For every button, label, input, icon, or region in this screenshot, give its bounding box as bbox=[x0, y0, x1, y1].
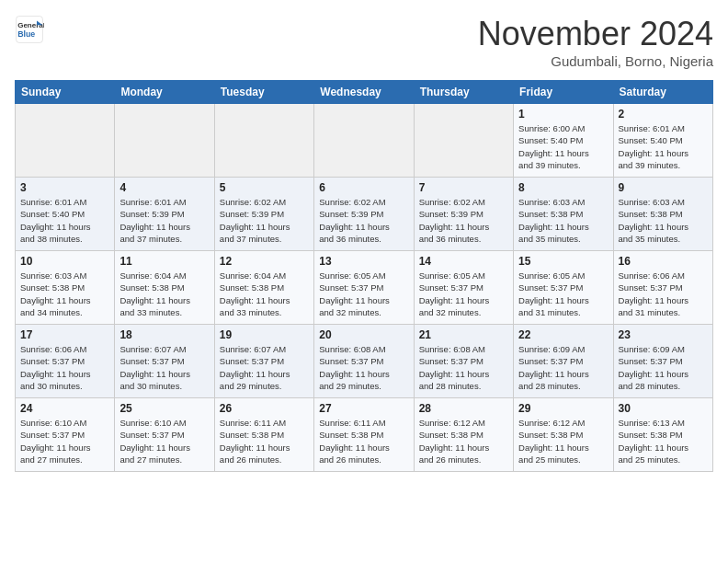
day-number: 17 bbox=[20, 328, 109, 341]
day-number: 12 bbox=[220, 255, 309, 268]
day-info: Sunrise: 6:05 AMSunset: 5:37 PMDaylight:… bbox=[419, 270, 508, 318]
day-info: Sunrise: 6:01 AMSunset: 5:40 PMDaylight:… bbox=[20, 196, 109, 245]
calendar-cell: 29Sunrise: 6:12 AMSunset: 5:38 PMDayligh… bbox=[514, 398, 613, 472]
svg-text:Blue: Blue bbox=[17, 29, 35, 39]
calendar-table: SundayMondayTuesdayWednesdayThursdayFrid… bbox=[15, 80, 713, 472]
title-block: November 2024 Gudumbali, Borno, Nigeria bbox=[478, 15, 713, 69]
calendar-cell: 28Sunrise: 6:12 AMSunset: 5:38 PMDayligh… bbox=[414, 398, 513, 472]
day-number: 10 bbox=[20, 255, 109, 268]
day-info: Sunrise: 6:01 AMSunset: 5:39 PMDaylight:… bbox=[119, 196, 209, 245]
calendar-cell: 22Sunrise: 6:09 AMSunset: 5:37 PMDayligh… bbox=[514, 325, 613, 398]
calendar-cell: 1Sunrise: 6:00 AMSunset: 5:40 PMDaylight… bbox=[514, 104, 613, 178]
day-info: Sunrise: 6:01 AMSunset: 5:40 PMDaylight:… bbox=[619, 122, 708, 171]
calendar-cell: 27Sunrise: 6:11 AMSunset: 5:38 PMDayligh… bbox=[314, 398, 414, 472]
calendar-cell: 10Sunrise: 6:03 AMSunset: 5:38 PMDayligh… bbox=[16, 251, 115, 325]
day-number: 28 bbox=[419, 402, 508, 415]
calendar-cell bbox=[16, 104, 115, 178]
day-info: Sunrise: 6:07 AMSunset: 5:37 PMDaylight:… bbox=[119, 343, 209, 392]
day-number: 5 bbox=[220, 181, 309, 194]
calendar-cell bbox=[115, 104, 214, 178]
calendar-cell: 4Sunrise: 6:01 AMSunset: 5:39 PMDaylight… bbox=[115, 178, 214, 251]
calendar-cell: 11Sunrise: 6:04 AMSunset: 5:38 PMDayligh… bbox=[115, 251, 214, 325]
day-number: 8 bbox=[518, 181, 608, 194]
day-number: 29 bbox=[518, 402, 608, 415]
day-info: Sunrise: 6:07 AMSunset: 5:37 PMDaylight:… bbox=[220, 343, 309, 392]
logo-icon: General Blue bbox=[15, 15, 44, 44]
calendar-cell: 18Sunrise: 6:07 AMSunset: 5:37 PMDayligh… bbox=[115, 325, 214, 398]
day-number: 9 bbox=[619, 181, 708, 194]
day-number: 25 bbox=[119, 402, 209, 415]
day-info: Sunrise: 6:04 AMSunset: 5:38 PMDaylight:… bbox=[119, 270, 209, 318]
page-header: General Blue November 2024 Gudumbali, Bo… bbox=[15, 15, 713, 69]
weekday-header-monday: Monday bbox=[115, 81, 214, 104]
calendar-cell bbox=[214, 104, 313, 178]
weekday-header-thursday: Thursday bbox=[414, 81, 513, 104]
calendar-cell: 7Sunrise: 6:02 AMSunset: 5:39 PMDaylight… bbox=[414, 178, 513, 251]
calendar-week-1: 1Sunrise: 6:00 AMSunset: 5:40 PMDaylight… bbox=[16, 104, 713, 178]
month-title: November 2024 bbox=[478, 15, 713, 53]
calendar-cell: 24Sunrise: 6:10 AMSunset: 5:37 PMDayligh… bbox=[16, 398, 115, 472]
day-info: Sunrise: 6:12 AMSunset: 5:38 PMDaylight:… bbox=[518, 417, 608, 465]
day-info: Sunrise: 6:12 AMSunset: 5:38 PMDaylight:… bbox=[419, 417, 508, 465]
day-info: Sunrise: 6:08 AMSunset: 5:37 PMDaylight:… bbox=[319, 343, 408, 392]
calendar-cell: 16Sunrise: 6:06 AMSunset: 5:37 PMDayligh… bbox=[613, 251, 712, 325]
day-number: 1 bbox=[518, 108, 608, 121]
day-info: Sunrise: 6:10 AMSunset: 5:37 PMDaylight:… bbox=[119, 417, 209, 465]
calendar-cell: 15Sunrise: 6:05 AMSunset: 5:37 PMDayligh… bbox=[514, 251, 613, 325]
day-info: Sunrise: 6:02 AMSunset: 5:39 PMDaylight:… bbox=[319, 196, 408, 245]
day-info: Sunrise: 6:05 AMSunset: 5:37 PMDaylight:… bbox=[518, 270, 608, 318]
weekday-header-wednesday: Wednesday bbox=[314, 81, 414, 104]
day-number: 6 bbox=[319, 181, 408, 194]
day-info: Sunrise: 6:03 AMSunset: 5:38 PMDaylight:… bbox=[20, 270, 109, 318]
day-info: Sunrise: 6:09 AMSunset: 5:37 PMDaylight:… bbox=[518, 343, 608, 392]
calendar-cell: 23Sunrise: 6:09 AMSunset: 5:37 PMDayligh… bbox=[613, 325, 712, 398]
calendar-cell bbox=[414, 104, 513, 178]
calendar-cell: 21Sunrise: 6:08 AMSunset: 5:37 PMDayligh… bbox=[414, 325, 513, 398]
day-number: 14 bbox=[419, 255, 508, 268]
calendar-cell: 30Sunrise: 6:13 AMSunset: 5:38 PMDayligh… bbox=[613, 398, 712, 472]
day-number: 3 bbox=[20, 181, 109, 194]
day-info: Sunrise: 6:09 AMSunset: 5:37 PMDaylight:… bbox=[619, 343, 708, 392]
day-number: 20 bbox=[319, 328, 408, 341]
day-number: 19 bbox=[220, 328, 309, 341]
day-number: 15 bbox=[518, 255, 608, 268]
calendar-cell: 13Sunrise: 6:05 AMSunset: 5:37 PMDayligh… bbox=[314, 251, 414, 325]
day-number: 27 bbox=[319, 402, 408, 415]
calendar-cell: 17Sunrise: 6:06 AMSunset: 5:37 PMDayligh… bbox=[16, 325, 115, 398]
day-number: 16 bbox=[619, 255, 708, 268]
day-number: 24 bbox=[20, 402, 109, 415]
day-info: Sunrise: 6:06 AMSunset: 5:37 PMDaylight:… bbox=[619, 270, 708, 318]
calendar-cell: 8Sunrise: 6:03 AMSunset: 5:38 PMDaylight… bbox=[514, 178, 613, 251]
calendar-cell: 26Sunrise: 6:11 AMSunset: 5:38 PMDayligh… bbox=[214, 398, 313, 472]
day-info: Sunrise: 6:05 AMSunset: 5:37 PMDaylight:… bbox=[319, 270, 408, 318]
calendar-week-2: 3Sunrise: 6:01 AMSunset: 5:40 PMDaylight… bbox=[16, 178, 713, 251]
calendar-cell: 20Sunrise: 6:08 AMSunset: 5:37 PMDayligh… bbox=[314, 325, 414, 398]
location: Gudumbali, Borno, Nigeria bbox=[478, 53, 713, 69]
day-info: Sunrise: 6:04 AMSunset: 5:38 PMDaylight:… bbox=[220, 270, 309, 318]
calendar-cell: 6Sunrise: 6:02 AMSunset: 5:39 PMDaylight… bbox=[314, 178, 414, 251]
calendar-week-4: 17Sunrise: 6:06 AMSunset: 5:37 PMDayligh… bbox=[16, 325, 713, 398]
day-info: Sunrise: 6:02 AMSunset: 5:39 PMDaylight:… bbox=[220, 196, 309, 245]
calendar-cell: 19Sunrise: 6:07 AMSunset: 5:37 PMDayligh… bbox=[214, 325, 313, 398]
logo: General Blue bbox=[15, 15, 44, 44]
day-number: 23 bbox=[619, 328, 708, 341]
calendar-cell: 9Sunrise: 6:03 AMSunset: 5:38 PMDaylight… bbox=[613, 178, 712, 251]
day-number: 21 bbox=[419, 328, 508, 341]
calendar-cell: 2Sunrise: 6:01 AMSunset: 5:40 PMDaylight… bbox=[613, 104, 712, 178]
day-info: Sunrise: 6:10 AMSunset: 5:37 PMDaylight:… bbox=[20, 417, 109, 465]
day-info: Sunrise: 6:08 AMSunset: 5:37 PMDaylight:… bbox=[419, 343, 508, 392]
day-number: 4 bbox=[119, 181, 209, 194]
calendar-cell bbox=[314, 104, 414, 178]
calendar-week-5: 24Sunrise: 6:10 AMSunset: 5:37 PMDayligh… bbox=[16, 398, 713, 472]
day-info: Sunrise: 6:13 AMSunset: 5:38 PMDaylight:… bbox=[619, 417, 708, 465]
svg-text:General: General bbox=[17, 21, 44, 29]
calendar-cell: 3Sunrise: 6:01 AMSunset: 5:40 PMDaylight… bbox=[16, 178, 115, 251]
weekday-header-sunday: Sunday bbox=[16, 81, 115, 104]
day-number: 26 bbox=[220, 402, 309, 415]
day-info: Sunrise: 6:03 AMSunset: 5:38 PMDaylight:… bbox=[619, 196, 708, 245]
calendar-cell: 14Sunrise: 6:05 AMSunset: 5:37 PMDayligh… bbox=[414, 251, 513, 325]
calendar-cell: 25Sunrise: 6:10 AMSunset: 5:37 PMDayligh… bbox=[115, 398, 214, 472]
day-number: 7 bbox=[419, 181, 508, 194]
day-number: 13 bbox=[319, 255, 408, 268]
day-info: Sunrise: 6:06 AMSunset: 5:37 PMDaylight:… bbox=[20, 343, 109, 392]
